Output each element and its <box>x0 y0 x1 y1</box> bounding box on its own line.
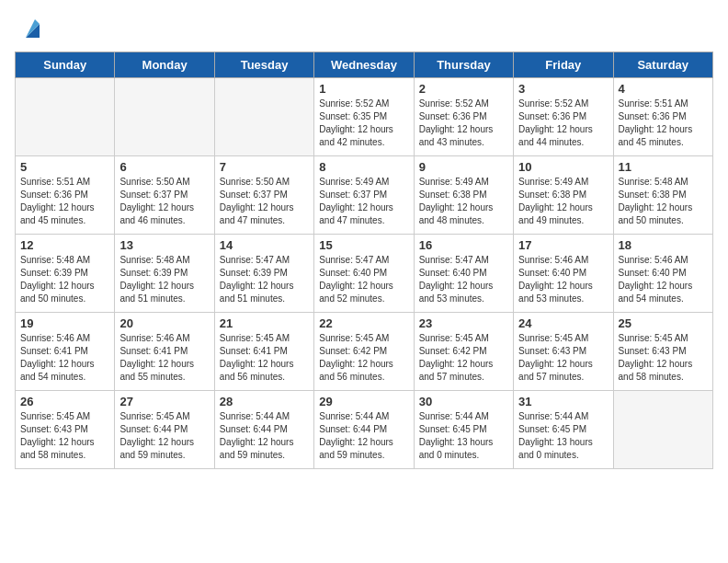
calendar-cell: 6Sunrise: 5:50 AM Sunset: 6:37 PM Daylig… <box>115 156 214 235</box>
day-number: 18 <box>619 238 708 252</box>
calendar-cell: 8Sunrise: 5:49 AM Sunset: 6:37 PM Daylig… <box>314 156 414 235</box>
day-number: 14 <box>220 238 309 252</box>
day-number: 25 <box>619 316 708 330</box>
day-header-friday: Friday <box>514 52 613 78</box>
day-number: 29 <box>319 395 408 408</box>
calendar-cell: 13Sunrise: 5:48 AM Sunset: 6:39 PM Dayli… <box>115 235 214 313</box>
calendar-cell: 20Sunrise: 5:46 AM Sunset: 6:41 PM Dayli… <box>115 313 214 391</box>
calendar-cell: 7Sunrise: 5:50 AM Sunset: 6:37 PM Daylig… <box>214 156 313 235</box>
day-info: Sunrise: 5:46 AM Sunset: 6:40 PM Dayligh… <box>619 254 708 305</box>
calendar-cell: 25Sunrise: 5:45 AM Sunset: 6:43 PM Dayli… <box>613 313 712 391</box>
day-number: 31 <box>518 395 608 408</box>
calendar-cell: 4Sunrise: 5:51 AM Sunset: 6:36 PM Daylig… <box>613 78 712 156</box>
day-header-thursday: Thursday <box>414 52 513 78</box>
day-header-monday: Monday <box>115 52 214 78</box>
calendar-cell: 17Sunrise: 5:46 AM Sunset: 6:40 PM Dayli… <box>514 235 613 313</box>
day-number: 1 <box>319 82 408 96</box>
day-info: Sunrise: 5:48 AM Sunset: 6:39 PM Dayligh… <box>20 254 109 305</box>
calendar-cell: 3Sunrise: 5:52 AM Sunset: 6:36 PM Daylig… <box>514 78 613 156</box>
day-info: Sunrise: 5:45 AM Sunset: 6:42 PM Dayligh… <box>319 332 408 384</box>
day-info: Sunrise: 5:47 AM Sunset: 6:40 PM Dayligh… <box>419 254 508 305</box>
day-info: Sunrise: 5:47 AM Sunset: 6:40 PM Dayligh… <box>319 254 408 305</box>
calendar-cell: 2Sunrise: 5:52 AM Sunset: 6:36 PM Daylig… <box>414 78 513 156</box>
day-info: Sunrise: 5:47 AM Sunset: 6:39 PM Dayligh… <box>220 254 309 305</box>
calendar-cell: 9Sunrise: 5:49 AM Sunset: 6:38 PM Daylig… <box>414 156 513 235</box>
week-row-5: 26Sunrise: 5:45 AM Sunset: 6:43 PM Dayli… <box>16 391 713 469</box>
day-number: 17 <box>518 238 608 252</box>
day-info: Sunrise: 5:45 AM Sunset: 6:41 PM Dayligh… <box>220 332 309 384</box>
day-number: 11 <box>619 160 708 174</box>
day-number: 24 <box>518 316 608 330</box>
calendar-cell: 26Sunrise: 5:45 AM Sunset: 6:43 PM Dayli… <box>16 391 115 469</box>
day-number: 8 <box>319 160 408 174</box>
day-info: Sunrise: 5:48 AM Sunset: 6:39 PM Dayligh… <box>119 254 209 305</box>
day-info: Sunrise: 5:49 AM Sunset: 6:38 PM Dayligh… <box>419 176 508 227</box>
day-info: Sunrise: 5:45 AM Sunset: 6:43 PM Dayligh… <box>619 332 708 384</box>
calendar-cell: 22Sunrise: 5:45 AM Sunset: 6:42 PM Dayli… <box>314 313 414 391</box>
day-number: 21 <box>220 316 309 330</box>
day-info: Sunrise: 5:44 AM Sunset: 6:45 PM Dayligh… <box>419 410 508 462</box>
calendar-cell: 30Sunrise: 5:44 AM Sunset: 6:45 PM Dayli… <box>414 391 513 469</box>
day-number: 28 <box>220 395 309 408</box>
logo <box>15 15 44 42</box>
day-info: Sunrise: 5:46 AM Sunset: 6:40 PM Dayligh… <box>518 254 608 305</box>
day-number: 19 <box>20 316 109 330</box>
day-number: 23 <box>419 316 508 330</box>
day-header-wednesday: Wednesday <box>314 52 414 78</box>
day-number: 22 <box>319 316 408 330</box>
day-number: 30 <box>419 395 508 408</box>
calendar-cell: 27Sunrise: 5:45 AM Sunset: 6:44 PM Dayli… <box>115 391 214 469</box>
day-info: Sunrise: 5:52 AM Sunset: 6:35 PM Dayligh… <box>319 98 408 149</box>
calendar-cell <box>115 78 214 156</box>
day-info: Sunrise: 5:48 AM Sunset: 6:38 PM Dayligh… <box>619 176 708 227</box>
day-info: Sunrise: 5:50 AM Sunset: 6:37 PM Dayligh… <box>220 176 309 227</box>
calendar-cell: 16Sunrise: 5:47 AM Sunset: 6:40 PM Dayli… <box>414 235 513 313</box>
calendar-cell <box>613 391 712 469</box>
day-info: Sunrise: 5:45 AM Sunset: 6:44 PM Dayligh… <box>119 410 209 462</box>
day-info: Sunrise: 5:45 AM Sunset: 6:42 PM Dayligh… <box>419 332 508 384</box>
day-number: 5 <box>20 160 109 174</box>
day-number: 2 <box>419 82 508 96</box>
day-number: 9 <box>419 160 508 174</box>
day-info: Sunrise: 5:51 AM Sunset: 6:36 PM Dayligh… <box>20 176 109 227</box>
logo-icon <box>17 15 44 42</box>
calendar-cell: 21Sunrise: 5:45 AM Sunset: 6:41 PM Dayli… <box>214 313 313 391</box>
day-info: Sunrise: 5:45 AM Sunset: 6:43 PM Dayligh… <box>518 332 608 384</box>
day-number: 6 <box>119 160 209 174</box>
calendar-cell <box>16 78 115 156</box>
page-header <box>15 15 713 42</box>
day-info: Sunrise: 5:46 AM Sunset: 6:41 PM Dayligh… <box>119 332 209 384</box>
day-number: 26 <box>20 395 109 408</box>
day-header-tuesday: Tuesday <box>214 52 313 78</box>
day-info: Sunrise: 5:45 AM Sunset: 6:43 PM Dayligh… <box>20 410 109 462</box>
calendar-cell: 11Sunrise: 5:48 AM Sunset: 6:38 PM Dayli… <box>613 156 712 235</box>
week-row-3: 12Sunrise: 5:48 AM Sunset: 6:39 PM Dayli… <box>16 235 713 313</box>
calendar-cell: 10Sunrise: 5:49 AM Sunset: 6:38 PM Dayli… <box>514 156 613 235</box>
calendar-cell: 18Sunrise: 5:46 AM Sunset: 6:40 PM Dayli… <box>613 235 712 313</box>
day-info: Sunrise: 5:49 AM Sunset: 6:37 PM Dayligh… <box>319 176 408 227</box>
day-number: 12 <box>20 238 109 252</box>
day-number: 27 <box>119 395 209 408</box>
calendar-cell: 31Sunrise: 5:44 AM Sunset: 6:45 PM Dayli… <box>514 391 613 469</box>
day-number: 15 <box>319 238 408 252</box>
day-header-saturday: Saturday <box>613 52 712 78</box>
day-info: Sunrise: 5:51 AM Sunset: 6:36 PM Dayligh… <box>619 98 708 149</box>
day-number: 13 <box>119 238 209 252</box>
days-header-row: SundayMondayTuesdayWednesdayThursdayFrid… <box>16 52 713 78</box>
calendar-cell <box>214 78 313 156</box>
calendar-cell: 24Sunrise: 5:45 AM Sunset: 6:43 PM Dayli… <box>514 313 613 391</box>
calendar-cell: 1Sunrise: 5:52 AM Sunset: 6:35 PM Daylig… <box>314 78 414 156</box>
week-row-4: 19Sunrise: 5:46 AM Sunset: 6:41 PM Dayli… <box>16 313 713 391</box>
day-number: 16 <box>419 238 508 252</box>
calendar-table: SundayMondayTuesdayWednesdayThursdayFrid… <box>15 52 713 469</box>
day-info: Sunrise: 5:44 AM Sunset: 6:45 PM Dayligh… <box>518 410 608 462</box>
day-number: 3 <box>518 82 608 96</box>
calendar-cell: 29Sunrise: 5:44 AM Sunset: 6:44 PM Dayli… <box>314 391 414 469</box>
week-row-1: 1Sunrise: 5:52 AM Sunset: 6:35 PM Daylig… <box>16 78 713 156</box>
day-info: Sunrise: 5:49 AM Sunset: 6:38 PM Dayligh… <box>518 176 608 227</box>
calendar-cell: 5Sunrise: 5:51 AM Sunset: 6:36 PM Daylig… <box>16 156 115 235</box>
day-info: Sunrise: 5:44 AM Sunset: 6:44 PM Dayligh… <box>220 410 309 462</box>
day-info: Sunrise: 5:44 AM Sunset: 6:44 PM Dayligh… <box>319 410 408 462</box>
calendar-cell: 19Sunrise: 5:46 AM Sunset: 6:41 PM Dayli… <box>16 313 115 391</box>
calendar-cell: 15Sunrise: 5:47 AM Sunset: 6:40 PM Dayli… <box>314 235 414 313</box>
